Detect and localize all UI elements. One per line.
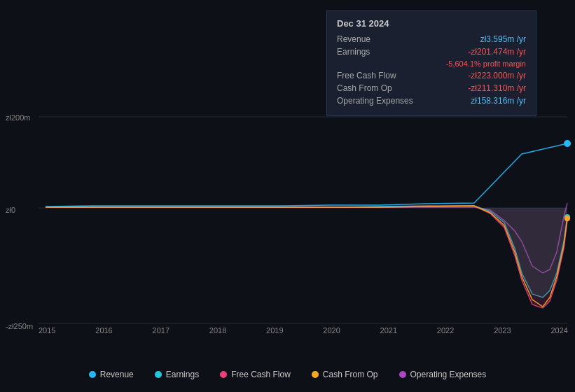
tooltip-row-earnings: Earnings -zł201.474m /yr xyxy=(337,47,526,57)
tooltip-fcf-val: -zł223.000m /yr xyxy=(468,71,526,80)
tooltip-margin-val: -5,604.1% profit margin xyxy=(446,59,526,68)
x-label-2024: 2024 xyxy=(550,326,567,335)
legend-item-cfo[interactable]: Cash From Op xyxy=(312,370,378,379)
legend-item-earnings[interactable]: Earnings xyxy=(155,370,199,379)
tooltip-row-revenue: Revenue zł3.595m /yr xyxy=(337,34,526,44)
legend-label-earnings: Earnings xyxy=(166,370,199,379)
legend-item-opex[interactable]: Operating Expenses xyxy=(399,370,487,379)
x-label-2017: 2017 xyxy=(153,326,169,335)
x-label-2021: 2021 xyxy=(380,326,397,335)
tooltip-row-opex: Operating Expenses zł158.316m /yr xyxy=(337,96,526,106)
tooltip: Dec 31 2024 Revenue zł3.595m /yr Earning… xyxy=(326,10,536,116)
tooltip-earnings-val: -zł201.474m /yr xyxy=(468,47,526,57)
tooltip-revenue-val: zł3.595m /yr xyxy=(480,34,526,44)
tooltip-opex-label: Operating Expenses xyxy=(337,96,413,106)
legend-dot-opex xyxy=(399,371,406,378)
tooltip-row-cfo: Cash From Op -zł211.310m /yr xyxy=(337,83,526,93)
legend-dot-earnings xyxy=(155,371,162,378)
tooltip-opex-val: zł158.316m /yr xyxy=(471,96,526,106)
tooltip-cfo-val: -zł211.310m /yr xyxy=(468,83,526,93)
x-label-2020: 2020 xyxy=(323,326,340,335)
legend-label-revenue: Revenue xyxy=(100,370,134,379)
x-label-2019: 2019 xyxy=(266,326,283,335)
legend-label-cfo: Cash From Op xyxy=(323,370,378,379)
tooltip-fcf-label: Free Cash Flow xyxy=(337,71,396,80)
x-label-2022: 2022 xyxy=(437,326,454,335)
legend-item-revenue[interactable]: Revenue xyxy=(89,370,134,379)
legend-item-fcf[interactable]: Free Cash Flow xyxy=(220,370,291,379)
x-label-2015: 2015 xyxy=(39,326,55,335)
x-label-2018: 2018 xyxy=(209,326,226,335)
tooltip-date: Dec 31 2024 xyxy=(337,18,526,29)
tooltip-earnings-label: Earnings xyxy=(337,47,370,57)
legend-label-opex: Operating Expenses xyxy=(410,370,487,379)
x-label-2016: 2016 xyxy=(95,326,112,335)
tooltip-row-fcf: Free Cash Flow -zł223.000m /yr xyxy=(337,71,526,80)
legend-dot-fcf xyxy=(220,371,227,378)
tooltip-cfo-label: Cash From Op xyxy=(337,83,392,93)
x-label-2023: 2023 xyxy=(494,326,511,335)
legend-label-fcf: Free Cash Flow xyxy=(231,370,291,379)
legend-dot-cfo xyxy=(312,371,319,378)
legend-dot-revenue xyxy=(89,371,96,378)
tooltip-row-margin: -5,604.1% profit margin xyxy=(337,59,526,68)
legend: Revenue Earnings Free Cash Flow Cash Fro… xyxy=(0,357,575,392)
tooltip-revenue-label: Revenue xyxy=(337,34,370,44)
